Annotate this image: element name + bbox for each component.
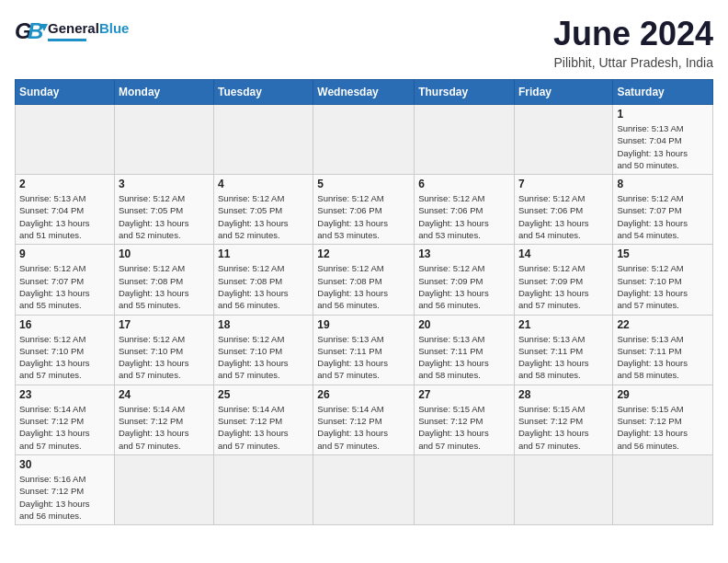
svg-text:B: B [28,18,43,43]
calendar-cell: 16Sunrise: 5:12 AM Sunset: 7:10 PM Dayli… [16,315,115,385]
logo-underline [48,39,86,41]
day-content: Sunrise: 5:12 AM Sunset: 7:06 PM Dayligh… [518,192,609,241]
day-content: Sunrise: 5:12 AM Sunset: 7:08 PM Dayligh… [218,262,309,311]
day-content: Sunrise: 5:12 AM Sunset: 7:08 PM Dayligh… [119,262,210,311]
day-content: Sunrise: 5:15 AM Sunset: 7:12 PM Dayligh… [518,403,609,452]
weekday-header-tuesday: Tuesday [214,80,313,105]
day-number: 11 [218,247,309,260]
day-content: Sunrise: 5:12 AM Sunset: 7:08 PM Dayligh… [317,262,410,311]
title-area: June 2024 Pilibhit, Uttar Pradesh, India [553,15,713,70]
day-content: Sunrise: 5:15 AM Sunset: 7:12 PM Dayligh… [418,403,510,452]
weekday-header-saturday: Saturday [613,80,713,105]
day-number: 16 [19,318,110,331]
day-content: Sunrise: 5:12 AM Sunset: 7:06 PM Dayligh… [418,192,510,241]
day-content: Sunrise: 5:12 AM Sunset: 7:07 PM Dayligh… [617,192,709,241]
day-number: 28 [518,388,609,401]
day-number: 30 [19,458,110,471]
day-number: 14 [518,247,609,260]
page-header: G B GeneralBlue June 2024 Pilibhit, Utta… [15,15,713,70]
calendar-cell [214,105,313,175]
day-number: 2 [19,178,110,190]
month-year-title: June 2024 [553,15,713,53]
day-content: Sunrise: 5:12 AM Sunset: 7:10 PM Dayligh… [119,333,210,382]
weekday-header-row: SundayMondayTuesdayWednesdayThursdayFrid… [16,80,713,105]
calendar-cell: 8Sunrise: 5:12 AM Sunset: 7:07 PM Daylig… [613,175,713,245]
calendar-cell: 4Sunrise: 5:12 AM Sunset: 7:05 PM Daylig… [214,175,313,245]
calendar-cell: 14Sunrise: 5:12 AM Sunset: 7:09 PM Dayli… [514,245,612,315]
day-number: 23 [19,388,110,401]
weekday-header-sunday: Sunday [16,80,115,105]
calendar-cell: 17Sunrise: 5:12 AM Sunset: 7:10 PM Dayli… [114,315,213,385]
calendar-cell [514,105,612,175]
day-content: Sunrise: 5:12 AM Sunset: 7:06 PM Dayligh… [317,192,410,241]
calendar-cell: 3Sunrise: 5:12 AM Sunset: 7:05 PM Daylig… [114,175,213,245]
day-number: 5 [317,178,410,190]
calendar-cell [114,454,213,524]
day-content: Sunrise: 5:13 AM Sunset: 7:11 PM Dayligh… [317,333,410,382]
calendar-cell: 26Sunrise: 5:14 AM Sunset: 7:12 PM Dayli… [313,385,415,454]
calendar-cell [313,454,415,524]
calendar-cell: 24Sunrise: 5:14 AM Sunset: 7:12 PM Dayli… [114,385,213,454]
day-number: 24 [119,388,210,401]
day-number: 29 [617,388,709,401]
calendar-cell [16,105,115,175]
day-number: 22 [617,318,709,331]
calendar-row: 2Sunrise: 5:13 AM Sunset: 7:04 PM Daylig… [16,175,713,245]
day-number: 4 [218,178,309,190]
day-content: Sunrise: 5:12 AM Sunset: 7:10 PM Dayligh… [218,333,309,382]
day-number: 12 [317,247,410,260]
calendar-cell: 7Sunrise: 5:12 AM Sunset: 7:06 PM Daylig… [514,175,612,245]
day-number: 8 [617,178,709,190]
calendar-cell: 13Sunrise: 5:12 AM Sunset: 7:09 PM Dayli… [415,245,515,315]
day-content: Sunrise: 5:16 AM Sunset: 7:12 PM Dayligh… [19,473,110,522]
day-number: 15 [617,247,709,260]
calendar-row: 23Sunrise: 5:14 AM Sunset: 7:12 PM Dayli… [16,385,713,454]
calendar-cell: 11Sunrise: 5:12 AM Sunset: 7:08 PM Dayli… [214,245,313,315]
day-number: 18 [218,318,309,331]
day-number: 6 [418,178,510,190]
day-content: Sunrise: 5:14 AM Sunset: 7:12 PM Dayligh… [119,403,210,452]
calendar-cell: 1Sunrise: 5:13 AM Sunset: 7:04 PM Daylig… [613,105,713,175]
day-content: Sunrise: 5:12 AM Sunset: 7:07 PM Dayligh… [19,262,110,311]
logo-general: General [48,20,99,36]
calendar-cell: 20Sunrise: 5:13 AM Sunset: 7:11 PM Dayli… [415,315,515,385]
calendar-row: 16Sunrise: 5:12 AM Sunset: 7:10 PM Dayli… [16,315,713,385]
day-content: Sunrise: 5:13 AM Sunset: 7:04 PM Dayligh… [19,192,110,241]
calendar-cell [214,454,313,524]
day-number: 25 [218,388,309,401]
calendar-cell: 22Sunrise: 5:13 AM Sunset: 7:11 PM Dayli… [613,315,713,385]
day-content: Sunrise: 5:12 AM Sunset: 7:09 PM Dayligh… [518,262,609,311]
calendar-cell: 15Sunrise: 5:12 AM Sunset: 7:10 PM Dayli… [613,245,713,315]
day-number: 19 [317,318,410,331]
day-number: 3 [119,178,210,190]
day-content: Sunrise: 5:15 AM Sunset: 7:12 PM Dayligh… [617,403,709,452]
day-content: Sunrise: 5:12 AM Sunset: 7:09 PM Dayligh… [418,262,510,311]
calendar-cell: 25Sunrise: 5:14 AM Sunset: 7:12 PM Dayli… [214,385,313,454]
calendar-cell: 30Sunrise: 5:16 AM Sunset: 7:12 PM Dayli… [16,454,115,524]
day-number: 7 [518,178,609,190]
day-content: Sunrise: 5:12 AM Sunset: 7:05 PM Dayligh… [218,192,309,241]
calendar-cell: 23Sunrise: 5:14 AM Sunset: 7:12 PM Dayli… [16,385,115,454]
calendar-cell: 10Sunrise: 5:12 AM Sunset: 7:08 PM Dayli… [114,245,213,315]
calendar-cell [514,454,612,524]
calendar-cell: 21Sunrise: 5:13 AM Sunset: 7:11 PM Dayli… [514,315,612,385]
day-content: Sunrise: 5:13 AM Sunset: 7:11 PM Dayligh… [617,333,709,382]
day-number: 21 [518,318,609,331]
day-content: Sunrise: 5:12 AM Sunset: 7:10 PM Dayligh… [617,262,709,311]
calendar-cell: 9Sunrise: 5:12 AM Sunset: 7:07 PM Daylig… [16,245,115,315]
day-content: Sunrise: 5:14 AM Sunset: 7:12 PM Dayligh… [19,403,110,452]
calendar-table: SundayMondayTuesdayWednesdayThursdayFrid… [15,79,713,525]
day-content: Sunrise: 5:13 AM Sunset: 7:11 PM Dayligh… [518,333,609,382]
location-text: Pilibhit, Uttar Pradesh, India [553,55,713,70]
calendar-cell: 2Sunrise: 5:13 AM Sunset: 7:04 PM Daylig… [16,175,115,245]
day-number: 1 [617,108,709,121]
calendar-cell: 5Sunrise: 5:12 AM Sunset: 7:06 PM Daylig… [313,175,415,245]
calendar-cell [114,105,213,175]
calendar-cell: 19Sunrise: 5:13 AM Sunset: 7:11 PM Dayli… [313,315,415,385]
calendar-row: 1Sunrise: 5:13 AM Sunset: 7:04 PM Daylig… [16,105,713,175]
day-content: Sunrise: 5:14 AM Sunset: 7:12 PM Dayligh… [317,403,410,452]
logo-blue: Blue [99,20,130,36]
calendar-cell [415,454,515,524]
day-content: Sunrise: 5:12 AM Sunset: 7:10 PM Dayligh… [19,333,110,382]
weekday-header-friday: Friday [514,80,612,105]
